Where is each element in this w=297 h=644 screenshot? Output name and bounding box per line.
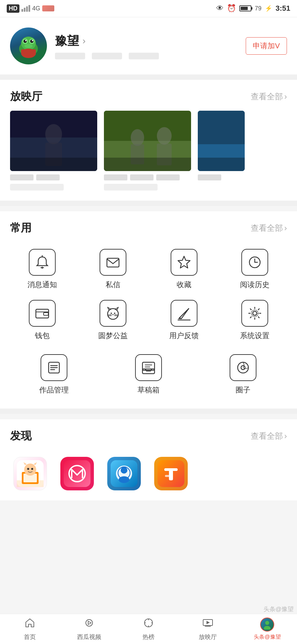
stat-blur-3 [129, 53, 159, 59]
svg-rect-76 [64, 460, 91, 487]
divider-1 [0, 74, 297, 80]
xigua-label: 西瓜视频 [77, 633, 101, 641]
svg-point-80 [121, 467, 127, 474]
common-item-settings[interactable]: 系统设置 [220, 300, 291, 341]
hot-label: 热榜 [142, 633, 155, 641]
bottom-spacer [0, 500, 297, 534]
common-section: 常用 查看全部 › 消息通知 [0, 211, 297, 409]
app-icon-1[interactable] [13, 457, 47, 490]
common-item-collect[interactable]: 收藏 [148, 249, 220, 290]
common-title: 常用 [10, 221, 32, 235]
video-thumbnail-1[interactable] [10, 111, 97, 171]
screening-header: 放映厅 查看全部 › [0, 80, 297, 111]
screening-nav-icon [202, 618, 213, 631]
video-thumbnail-3[interactable] [198, 111, 245, 171]
profile-left: 豫望 › [10, 28, 159, 64]
common-item-works[interactable]: 作品管理 [7, 354, 101, 395]
hot-icon [143, 618, 154, 631]
common-header: 常用 查看全部 › [0, 211, 297, 242]
app-icon-wrap-4[interactable] [154, 457, 188, 490]
common-grid-row2: 钱包 [0, 300, 297, 351]
apply-v-button[interactable]: 申请加V [246, 37, 287, 55]
svg-line-52 [181, 309, 189, 319]
nav-screening[interactable]: 放映厅 [178, 614, 238, 644]
common-item-drafts[interactable]: 草稿箱 [101, 354, 196, 395]
app-icon-wrap-3[interactable] [107, 457, 141, 490]
circle-label: 圈子 [236, 385, 250, 395]
discovery-view-all-label: 查看全部 [251, 431, 283, 441]
common-item-wallet[interactable]: 钱包 [7, 300, 78, 341]
svg-rect-31 [107, 258, 119, 267]
hd-badge: HD [7, 4, 19, 13]
video-thumbnail-2[interactable] [104, 111, 191, 171]
charity-icon [100, 300, 126, 327]
signal-type: 4G [32, 5, 40, 12]
common-view-all-label: 查看全部 [251, 223, 283, 233]
svg-point-8 [24, 44, 33, 48]
battery-fill [241, 7, 248, 10]
nav-hot[interactable]: 热榜 [119, 614, 178, 644]
stat-blur-2 [92, 53, 122, 59]
svg-line-47 [114, 316, 118, 316]
common-item-charity[interactable]: 圆梦公益 [78, 300, 149, 341]
svg-rect-37 [44, 313, 48, 315]
svg-rect-86 [165, 475, 170, 477]
battery-level: 79 [255, 5, 261, 12]
profile-name-row[interactable]: 豫望 › [55, 33, 159, 49]
svg-marker-32 [178, 256, 190, 268]
home-icon [24, 618, 35, 631]
common-item-history[interactable]: 阅读历史 [220, 249, 291, 290]
screening-chevron-icon: › [284, 92, 287, 101]
svg-line-45 [108, 316, 112, 316]
me-avatar [260, 618, 274, 632]
svg-line-46 [114, 315, 118, 315]
app-icon-3[interactable] [107, 457, 141, 490]
screening-view-all[interactable]: 查看全部 › [251, 91, 287, 102]
circle-icon [230, 354, 256, 381]
common-item-circle[interactable]: 圈子 [196, 354, 290, 395]
battery-indicator [239, 5, 251, 11]
video-card-1[interactable] [10, 111, 97, 191]
video-label-1 [10, 184, 64, 191]
common-item-dm[interactable]: 私信 [78, 249, 149, 290]
nav-me[interactable]: 头条@豫望 [238, 614, 297, 644]
me-label: 头条@豫望 [254, 634, 281, 641]
watermark: 头条@豫望 [263, 605, 294, 613]
video-card-2[interactable] [104, 111, 191, 191]
status-bar: HD 4G 👁 ⏰ 79 ⚡ 3:51 [0, 0, 297, 17]
svg-point-43 [114, 313, 115, 314]
common-item-feedback[interactable]: 用户反馈 [148, 300, 220, 341]
alarm-icon: ⏰ [227, 4, 236, 13]
screening-nav-label: 放映厅 [199, 633, 217, 641]
status-left: HD 4G [7, 4, 54, 13]
profile-section: 豫望 › 申请加V [0, 17, 297, 74]
common-chevron-icon: › [284, 223, 287, 233]
svg-point-7 [32, 40, 33, 41]
eye-icon: 👁 [216, 4, 224, 13]
common-item-notification[interactable]: 消息通知 [7, 249, 78, 290]
svg-point-5 [30, 40, 34, 43]
divider-3 [0, 409, 297, 414]
svg-rect-36 [36, 309, 49, 318]
video-card-3[interactable] [198, 111, 285, 191]
svg-point-4 [23, 40, 27, 43]
avatar[interactable] [10, 28, 47, 64]
discovery-view-all[interactable]: 查看全部 › [251, 431, 287, 441]
feedback-icon [171, 300, 197, 327]
discovery-section: 发现 查看全部 › [0, 419, 297, 500]
discovery-header: 发现 查看全部 › [0, 419, 297, 450]
video-meta-1 [10, 174, 97, 180]
app-icon-2[interactable] [60, 457, 94, 490]
profile-name: 豫望 [55, 33, 79, 49]
common-view-all[interactable]: 查看全部 › [251, 223, 287, 233]
nav-xigua[interactable]: 西瓜视频 [59, 614, 119, 644]
collect-icon [171, 249, 197, 276]
app-icon-wrap-2[interactable] [60, 457, 94, 490]
svg-point-97 [265, 621, 269, 625]
nav-home[interactable]: 首页 [0, 614, 59, 644]
svg-point-39 [108, 309, 118, 319]
svg-point-48 [112, 314, 114, 315]
svg-marker-40 [108, 307, 111, 310]
app-icon-wrap-1[interactable] [13, 457, 47, 490]
app-icon-4[interactable] [154, 457, 188, 490]
